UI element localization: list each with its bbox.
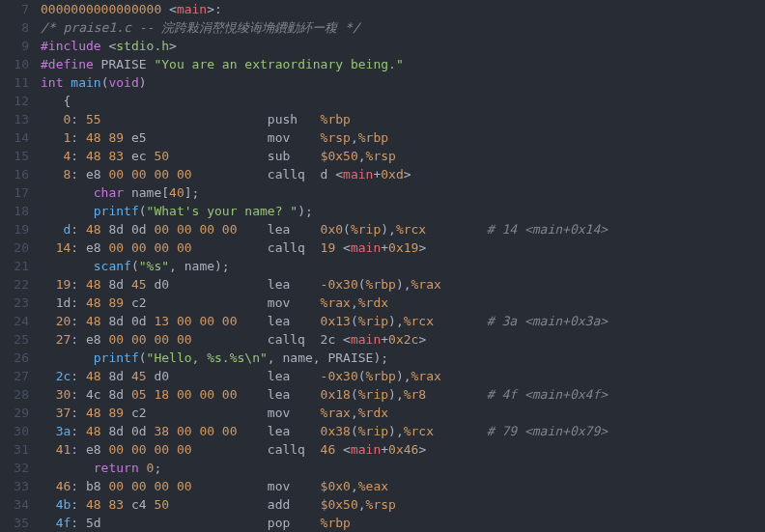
code-line[interactable]: 4b: 48 83 c4 50 add $0x50,%rsp xyxy=(41,495,765,514)
line-number: 29 xyxy=(0,404,29,422)
line-number: 25 xyxy=(0,330,29,349)
code-line[interactable]: #define PRAISE "You are an extraordinary… xyxy=(41,55,765,73)
line-number: 35 xyxy=(0,514,29,532)
line-number: 21 xyxy=(0,257,29,275)
code-line[interactable]: d: 48 8d 0d 00 00 00 00 lea 0x0(%rip),%r… xyxy=(41,220,765,238)
code-line[interactable]: printf("Hello, %s.%s\n", name, PRAISE); xyxy=(41,349,765,367)
line-number: 20 xyxy=(0,238,29,257)
line-number-gutter: 7891011121314151617181920212223242526272… xyxy=(0,0,41,532)
line-number: 34 xyxy=(0,495,29,514)
code-line[interactable]: 1d: 48 89 c2 mov %rax,%rdx xyxy=(41,294,765,312)
line-number: 33 xyxy=(0,477,29,495)
line-number: 26 xyxy=(0,349,29,367)
code-line[interactable]: 0000000000000000 <main>: xyxy=(41,0,765,18)
code-line[interactable]: printf("What's your name? "); xyxy=(41,202,765,220)
line-number: 9 xyxy=(0,37,29,55)
code-line[interactable]: 37: 48 89 c2 mov %rax,%rdx xyxy=(41,404,765,422)
code-line[interactable]: int main(void) xyxy=(41,73,765,92)
code-line[interactable]: 27: e8 00 00 00 00 callq 2c <main+0x2c> xyxy=(41,330,765,349)
line-number: 18 xyxy=(0,202,29,220)
code-line[interactable]: char name[40]; xyxy=(41,183,765,202)
line-number: 24 xyxy=(0,312,29,330)
code-line[interactable]: 4: 48 83 ec 50 sub $0x50,%rsp xyxy=(41,147,765,165)
line-number: 16 xyxy=(0,165,29,183)
line-number: 30 xyxy=(0,422,29,440)
code-line[interactable]: 14: e8 00 00 00 00 callq 19 <main+0x19> xyxy=(41,238,765,257)
code-area[interactable]: 0000000000000000 <main>:/* praise1.c -- … xyxy=(41,0,765,532)
code-line[interactable]: 2c: 48 8d 45 d0 lea -0x30(%rbp),%rax xyxy=(41,367,765,385)
code-line[interactable]: 19: 48 8d 45 d0 lea -0x30(%rbp),%rax xyxy=(41,275,765,294)
line-number: 15 xyxy=(0,147,29,165)
code-line[interactable]: 30: 4c 8d 05 18 00 00 00 lea 0x18(%rip),… xyxy=(41,385,765,404)
line-number: 22 xyxy=(0,275,29,294)
line-number: 13 xyxy=(0,110,29,128)
code-editor[interactable]: 7891011121314151617181920212223242526272… xyxy=(0,0,765,532)
line-number: 32 xyxy=(0,459,29,477)
line-number: 27 xyxy=(0,367,29,385)
line-number: 31 xyxy=(0,440,29,459)
line-number: 17 xyxy=(0,183,29,202)
line-number: 8 xyxy=(0,18,29,37)
line-number: 19 xyxy=(0,220,29,238)
line-number: 7 xyxy=(0,0,29,18)
code-line[interactable]: 20: 48 8d 0d 13 00 00 00 lea 0x13(%rip),… xyxy=(41,312,765,330)
code-line[interactable]: 41: e8 00 00 00 00 callq 46 <main+0x46> xyxy=(41,440,765,459)
line-number: 12 xyxy=(0,92,29,110)
code-line[interactable]: 0: 55 push %rbp xyxy=(41,110,765,128)
code-line[interactable]: { xyxy=(41,92,765,110)
code-line[interactable]: 46: b8 00 00 00 00 mov $0x0,%eax xyxy=(41,477,765,495)
line-number: 28 xyxy=(0,385,29,404)
line-number: 10 xyxy=(0,55,29,73)
code-line[interactable]: /* praise1.c -- 浣跨敤涓嶅悓绫诲埆鐨勭紑ー稪 */ xyxy=(41,18,765,37)
code-line[interactable]: 3a: 48 8d 0d 38 00 00 00 lea 0x38(%rip),… xyxy=(41,422,765,440)
code-line[interactable]: scanf("%s", name); xyxy=(41,257,765,275)
code-line[interactable]: 4f: 5d pop %rbp xyxy=(41,514,765,532)
code-line[interactable]: 1: 48 89 e5 mov %rsp,%rbp xyxy=(41,128,765,147)
line-number: 11 xyxy=(0,73,29,92)
code-line[interactable]: return 0; xyxy=(41,459,765,477)
line-number: 14 xyxy=(0,128,29,147)
code-line[interactable]: 8: e8 00 00 00 00 callq d <main+0xd> xyxy=(41,165,765,183)
code-line[interactable]: #include <stdio.h> xyxy=(41,37,765,55)
line-number: 23 xyxy=(0,294,29,312)
